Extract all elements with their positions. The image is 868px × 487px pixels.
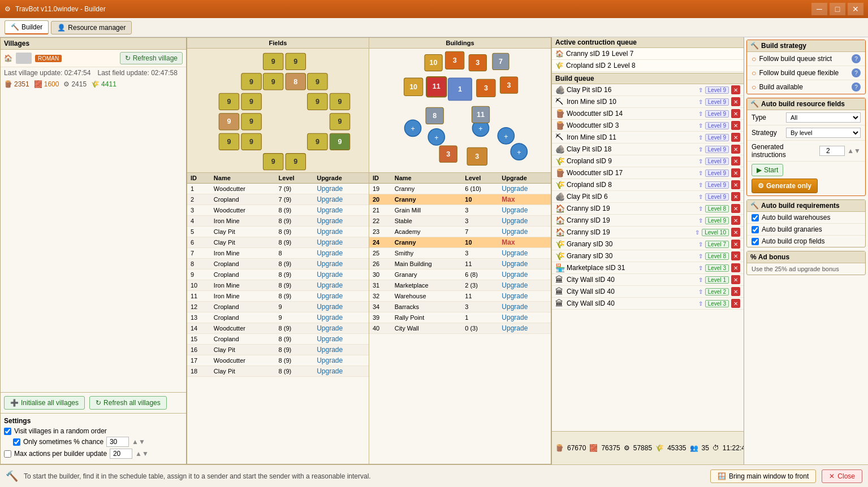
table-row[interactable]: 1 Woodcutter 7 (9) Upgrade [187, 184, 369, 194]
help-available-button[interactable]: ? [852, 82, 861, 92]
strategy-item-flexible[interactable]: ○ Follow build queue flexible ? [747, 66, 865, 80]
refresh-village-button[interactable]: ↻ Refresh village [120, 52, 183, 64]
visit-random-checkbox[interactable] [4, 428, 11, 435]
table-row[interactable]: 30 Granary 6 (8) Upgrade [369, 269, 551, 280]
type-select[interactable]: All Wood Clay Iron Crop [786, 112, 861, 123]
bld-upgrade-cell[interactable]: Upgrade [498, 184, 551, 194]
gen-spin-arrows[interactable]: ▲▼ [847, 147, 861, 155]
field-upgrade-cell[interactable]: Upgrade [313, 205, 369, 216]
field-upgrade-cell[interactable]: Upgrade [313, 194, 369, 205]
start-button[interactable]: ▶ Start [752, 164, 783, 176]
maximize-button[interactable]: □ [830, 3, 845, 15]
field-upgrade-cell[interactable]: Upgrade [313, 312, 369, 323]
table-row[interactable]: 15 Cropland 8 (9) Upgrade [187, 334, 369, 345]
help-flexible-button[interactable]: ? [852, 68, 861, 77]
table-row[interactable]: 5 Clay Pit 8 (9) Upgrade [187, 227, 369, 237]
radio-strict[interactable]: ○ [752, 54, 756, 63]
queue-remove-button[interactable]: ✕ [731, 121, 740, 130]
max-actions-checkbox[interactable] [4, 450, 11, 458]
table-row[interactable]: 25 Smithy 3 Upgrade [369, 248, 551, 259]
queue-remove-button[interactable]: ✕ [731, 145, 740, 154]
queue-remove-button[interactable]: ✕ [731, 275, 740, 284]
table-row[interactable]: 24 Cranny 10 Max [369, 237, 551, 248]
field-upgrade-cell[interactable]: Upgrade [313, 248, 369, 259]
bld-upgrade-cell[interactable]: Upgrade [498, 205, 551, 216]
strategy-select[interactable]: By level Lowest first [786, 128, 861, 138]
table-row[interactable]: 26 Main Building 11 Upgrade [369, 259, 551, 269]
bld-upgrade-cell[interactable]: Upgrade [498, 269, 551, 280]
bld-upgrade-cell[interactable]: Upgrade [498, 227, 551, 237]
field-upgrade-cell[interactable]: Upgrade [313, 366, 369, 377]
queue-remove-button[interactable]: ✕ [731, 216, 740, 225]
table-row[interactable]: 7 Iron Mine 8 Upgrade [187, 248, 369, 259]
titlebar-close-button[interactable]: ✕ [848, 3, 863, 15]
field-upgrade-cell[interactable]: Upgrade [313, 345, 369, 355]
table-row[interactable]: 12 Cropland 9 Upgrade [187, 302, 369, 312]
field-upgrade-cell[interactable]: Upgrade [313, 291, 369, 302]
radio-available[interactable]: ○ [752, 82, 756, 92]
field-upgrade-cell[interactable]: Upgrade [313, 227, 369, 237]
table-row[interactable]: 16 Clay Pit 8 (9) Upgrade [187, 345, 369, 355]
bld-upgrade-cell[interactable]: Upgrade [498, 216, 551, 227]
table-row[interactable]: 4 Iron Mine 8 (9) Upgrade [187, 216, 369, 227]
initialise-all-button[interactable]: ➕ Initialise all villages [4, 396, 85, 410]
table-row[interactable]: 22 Stable 3 Upgrade [369, 216, 551, 227]
bld-upgrade-cell[interactable]: Upgrade [498, 259, 551, 269]
queue-remove-button[interactable]: ✕ [731, 228, 740, 237]
bld-upgrade-cell[interactable]: Upgrade [498, 312, 551, 323]
table-row[interactable]: 23 Academy 7 Upgrade [369, 227, 551, 237]
bld-upgrade-cell[interactable]: Upgrade [498, 291, 551, 302]
only-sometimes-checkbox[interactable] [13, 438, 20, 446]
chance-spinbox[interactable] [106, 437, 129, 447]
queue-remove-button[interactable]: ✕ [731, 85, 740, 94]
table-row[interactable]: 31 Marketplace 2 (3) Upgrade [369, 280, 551, 291]
table-row[interactable]: 9 Cropland 8 (9) Upgrade [187, 269, 369, 280]
spin-arrows[interactable]: ▲▼ [132, 438, 145, 446]
field-upgrade-cell[interactable]: Upgrade [313, 334, 369, 345]
queue-remove-button[interactable]: ✕ [731, 251, 740, 260]
table-row[interactable]: 34 Barracks 3 Upgrade [369, 302, 551, 312]
bld-upgrade-cell[interactable]: Upgrade [498, 302, 551, 312]
minimize-button[interactable]: ─ [811, 3, 827, 15]
field-upgrade-cell[interactable]: Upgrade [313, 302, 369, 312]
refresh-all-button[interactable]: ↻ Refresh all villages [89, 396, 167, 410]
auto-granaries-checkbox[interactable] [752, 226, 759, 233]
table-row[interactable]: 11 Iron Mine 8 (9) Upgrade [187, 291, 369, 302]
field-upgrade-cell[interactable]: Upgrade [313, 216, 369, 227]
table-row[interactable]: 10 Iron Mine 8 (9) Upgrade [187, 280, 369, 291]
bring-front-button[interactable]: 🪟 Bring main window to front [710, 469, 816, 483]
close-button[interactable]: ✕ Close [822, 469, 862, 483]
max-spin-arrows[interactable]: ▲▼ [135, 450, 149, 458]
queue-remove-button[interactable]: ✕ [731, 109, 740, 118]
table-row[interactable]: 13 Cropland 9 Upgrade [187, 312, 369, 323]
queue-remove-button[interactable]: ✕ [731, 204, 740, 213]
bld-upgrade-cell[interactable]: Max [498, 237, 551, 248]
table-row[interactable]: 2 Cropland 7 (9) Upgrade [187, 194, 369, 205]
queue-remove-button[interactable]: ✕ [731, 263, 740, 272]
queue-remove-button[interactable]: ✕ [731, 299, 740, 308]
table-row[interactable]: 17 Woodcutter 8 (9) Upgrade [187, 355, 369, 366]
help-strict-button[interactable]: ? [852, 54, 861, 63]
table-row[interactable]: 6 Clay Pit 8 (9) Upgrade [187, 237, 369, 248]
bld-upgrade-cell[interactable]: Upgrade [498, 323, 551, 334]
auto-warehouses-checkbox[interactable] [752, 214, 759, 221]
field-upgrade-cell[interactable]: Upgrade [313, 355, 369, 366]
field-upgrade-cell[interactable]: Upgrade [313, 280, 369, 291]
table-row[interactable]: 40 City Wall 0 (3) Upgrade [369, 323, 551, 334]
builder-tab[interactable]: 🔨 Builder [5, 20, 49, 34]
max-actions-spinbox[interactable] [110, 449, 132, 459]
radio-flexible[interactable]: ○ [752, 68, 756, 77]
bld-upgrade-cell[interactable]: Upgrade [498, 280, 551, 291]
table-row[interactable]: 21 Grain Mill 3 Upgrade [369, 205, 551, 216]
table-row[interactable]: 39 Rally Point 1 Upgrade [369, 312, 551, 323]
table-row[interactable]: 14 Woodcutter 8 (9) Upgrade [187, 323, 369, 334]
gen-instructions-spinbox[interactable] [819, 146, 845, 156]
bld-upgrade-cell[interactable]: Max [498, 194, 551, 205]
queue-remove-button[interactable]: ✕ [731, 168, 740, 177]
queue-remove-button[interactable]: ✕ [731, 192, 740, 201]
table-row[interactable]: 3 Woodcutter 8 (9) Upgrade [187, 205, 369, 216]
field-upgrade-cell[interactable]: Upgrade [313, 184, 369, 194]
queue-remove-button[interactable]: ✕ [731, 97, 740, 106]
queue-remove-button[interactable]: ✕ [731, 240, 740, 249]
field-upgrade-cell[interactable]: Upgrade [313, 323, 369, 334]
